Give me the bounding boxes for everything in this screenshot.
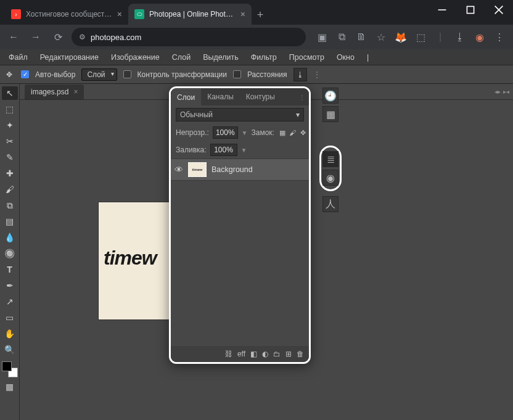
channels-panel-button[interactable]: ◉ [322, 170, 339, 186]
menu-icon[interactable]: ⋮ [491, 28, 508, 46]
favicon-icon: › [11, 9, 21, 19]
properties-panel-button[interactable]: 人 [322, 196, 339, 212]
fill-input[interactable]: 100% [210, 144, 237, 156]
blur-tool[interactable]: 💧 [2, 231, 18, 244]
quickmask-button[interactable]: ▦ [2, 380, 18, 393]
history-panel-button[interactable]: 🕘 [322, 88, 339, 104]
menu-more[interactable]: | [361, 51, 375, 64]
auto-select-label: Авто-выбор [35, 70, 75, 79]
reader-icon[interactable]: 🗎 [353, 28, 370, 46]
hand-tool[interactable]: ✋ [2, 327, 18, 340]
panel-collapse-icon[interactable]: ◂▸ [495, 88, 501, 95]
canvas-content: timew [104, 247, 157, 270]
reload-button[interactable]: ⟳ [49, 28, 67, 46]
close-icon[interactable]: × [73, 88, 78, 96]
panel-menu-icon[interactable]: ⋮ [293, 90, 309, 104]
delete-layer-icon[interactable]: 🗑 [297, 350, 304, 358]
lock-transparency-icon[interactable]: ▦ [278, 128, 287, 137]
distances-checkbox[interactable] [233, 70, 241, 78]
tab-title: Photopea | Online Photo Editor [149, 10, 236, 19]
lock-label: Замок: [252, 128, 274, 137]
marquee-tool[interactable]: ⬚ [2, 102, 18, 116]
download-button[interactable]: ⭳ [293, 68, 307, 81]
layer-row[interactable]: 👁 timew Background [171, 159, 309, 181]
move-tool-icon: ✥ [4, 69, 15, 80]
menu-edit[interactable]: Редактирование [34, 51, 105, 64]
type-tool[interactable]: T [2, 263, 18, 276]
tab-layers[interactable]: Слои [171, 89, 201, 105]
extension-icon[interactable]: ⬚ [412, 28, 429, 46]
shape-tool[interactable]: ▭ [2, 311, 18, 324]
menu-layer[interactable]: Слой [166, 51, 197, 64]
tools-panel: ↖ ⬚ ✦ ✂ ✎ ✚ 🖌 ⧉ ▤ 💧 🔘 T ✒ ↗ ▭ ✋ 🔍 ▦ [0, 84, 20, 420]
color-swatches[interactable] [2, 361, 18, 377]
wand-tool[interactable]: ✦ [2, 118, 18, 132]
browser-tab[interactable]: › Хостинговое сообщество «Tim × [5, 4, 128, 25]
gradient-tool[interactable]: ▤ [2, 215, 18, 228]
document-tab[interactable]: images.psd × [25, 84, 84, 99]
scope-select[interactable]: Слой [81, 68, 117, 81]
brush-tool[interactable]: 🖌 [2, 183, 18, 196]
heal-tool[interactable]: ✚ [2, 167, 18, 180]
distances-label: Расстояния [247, 70, 287, 79]
fill-slider-icon[interactable]: ▼ [241, 147, 247, 154]
extension-icon[interactable]: ⧉ [333, 28, 350, 46]
adjustment-layer-icon[interactable]: ◐ [262, 350, 268, 358]
downloads-icon[interactable]: ⭳ [451, 28, 469, 46]
eyedropper-tool[interactable]: ✎ [2, 150, 18, 164]
document-name: images.psd [31, 88, 68, 96]
menu-select[interactable]: Выделить [197, 51, 245, 64]
url-text: photopea.com [91, 33, 141, 42]
maximize-button[interactable] [456, 0, 485, 20]
lock-position-icon[interactable]: ✥ [299, 128, 308, 137]
blend-mode-select[interactable]: Обычный [176, 108, 304, 121]
cast-icon[interactable]: ▣ [313, 28, 330, 46]
new-layer-icon[interactable]: ⊞ [285, 350, 292, 358]
tab-paths[interactable]: Контуры [240, 89, 281, 105]
move-tool[interactable]: ↖ [2, 86, 18, 100]
swatches-panel-button[interactable]: ▦ [322, 106, 339, 122]
layer-mask-icon[interactable]: ◧ [250, 350, 257, 358]
layers-panel-button[interactable]: ≣ [322, 151, 339, 167]
canvas[interactable]: timew [99, 202, 170, 319]
menu-image[interactable]: Изображение [105, 51, 166, 64]
path-tool[interactable]: ↗ [2, 295, 18, 308]
address-bar[interactable]: ⚙ photopea.com [72, 28, 306, 46]
panel-expand-icon[interactable]: ▸◂ [503, 88, 509, 95]
bookmark-icon[interactable]: ☆ [372, 28, 390, 46]
pen-tool[interactable]: ✒ [2, 279, 18, 292]
transform-controls-checkbox[interactable] [123, 70, 131, 78]
back-button[interactable]: ← [5, 28, 22, 46]
site-settings-icon[interactable]: ⚙ [79, 33, 86, 41]
close-button[interactable] [485, 0, 513, 20]
crop-tool[interactable]: ✂ [2, 134, 18, 148]
zoom-tool[interactable]: 🔍 [2, 343, 18, 356]
browser-tab[interactable]: ⬭ Photopea | Online Photo Editor × [128, 4, 252, 25]
tab-channels[interactable]: Каналы [201, 89, 240, 105]
layer-effects-button[interactable]: eff [237, 350, 245, 358]
menu-window[interactable]: Окно [330, 51, 361, 64]
extension-icon[interactable]: 🦊 [392, 28, 409, 46]
lock-all-icon[interactable]: 🔒 [310, 128, 311, 137]
visibility-icon[interactable]: 👁 [174, 165, 183, 175]
opacity-input[interactable]: 100% [213, 126, 238, 139]
forward-button[interactable]: → [27, 28, 44, 46]
new-group-icon[interactable]: 🗀 [273, 350, 281, 358]
auto-select-checkbox[interactable]: ✓ [21, 70, 29, 78]
dodge-tool[interactable]: 🔘 [2, 247, 18, 260]
lock-pixels-icon[interactable]: 🖌 [289, 128, 297, 137]
clone-tool[interactable]: ⧉ [2, 199, 18, 212]
close-icon[interactable]: × [117, 9, 122, 19]
menu-view[interactable]: Просмотр [283, 51, 330, 64]
fill-label: Заливка: [176, 146, 207, 154]
close-icon[interactable]: × [240, 9, 245, 19]
menu-filter[interactable]: Фильтр [245, 51, 283, 64]
profile-icon[interactable]: ◉ [471, 28, 488, 46]
link-layers-icon[interactable]: ⛓ [225, 350, 232, 358]
layer-thumbnail[interactable]: timew [188, 162, 207, 177]
menu-file[interactable]: Файл [2, 51, 34, 64]
opacity-slider-icon[interactable]: ▼ [242, 130, 248, 136]
new-tab-button[interactable]: + [252, 6, 269, 23]
layer-name[interactable]: Background [211, 165, 253, 174]
minimize-button[interactable] [428, 0, 456, 20]
